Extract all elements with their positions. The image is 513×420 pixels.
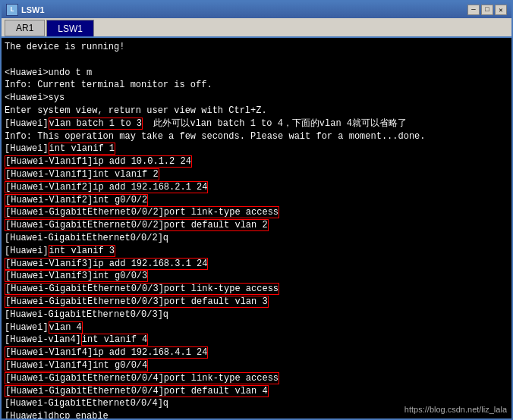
- line-g004-q: [Huawei-GigabitEthernet0/0/4]q: [5, 397, 508, 410]
- window-icon: L: [6, 4, 18, 16]
- tabs-bar: AR1 LSW1: [2, 18, 511, 38]
- maximize-button[interactable]: □: [481, 5, 493, 15]
- minimize-button[interactable]: ─: [467, 5, 480, 15]
- title-buttons: ─ □ ✕: [467, 5, 507, 15]
- line-g003-link: [Huawei-GigabitEthernet0/0/3]port link-t…: [5, 283, 508, 296]
- line-g002-q: [Huawei-GigabitEthernet0/0/2]q: [5, 232, 508, 245]
- close-button[interactable]: ✕: [495, 5, 507, 15]
- line-vlanif1-int2: [Huawei-Vlanif1]int vlanif 2: [5, 168, 508, 181]
- line-g003-q: [Huawei-GigabitEthernet0/0/3]q: [5, 309, 508, 321]
- title-bar-left: L LSW1: [6, 4, 45, 16]
- line-vlan4-int: [Huawei-vlan4]int vlanif 4: [5, 334, 508, 346]
- main-window: L LSW1 ─ □ ✕ AR1 LSW1 The device is runn…: [0, 0, 513, 420]
- line-empty-1: [5, 54, 508, 67]
- line-vlanif1-ip: [Huawei-Vlanif1]ip add 10.0.1.2 24: [5, 155, 508, 168]
- tab-lsw1[interactable]: LSW1: [46, 20, 94, 36]
- terminal[interactable]: The device is running! <Huawei>undo t m …: [2, 38, 511, 418]
- line-monitor: Info: Current terminal monitor is off.: [5, 79, 508, 92]
- line-vlanif4-g004: [Huawei-Vlanif4]int g0/0/4: [5, 359, 508, 372]
- line-int-vlanif1: [Huawei]int vlanif 1: [5, 143, 508, 155]
- line-vlanif4-ip: [Huawei-Vlanif4]ip add 192.168.4.1 24: [5, 346, 508, 359]
- line-g002-default: [Huawei-GigabitEthernet0/0/2]port defaul…: [5, 219, 508, 232]
- line-g004-default: [Huawei-GigabitEthernet0/0/4]port defaul…: [5, 385, 508, 398]
- line-vlanif2-ip: [Huawei-Vlanif2]ip add 192.168.2.1 24: [5, 181, 508, 194]
- line-vlanif2-g002: [Huawei-Vlanif2]int g0/0/2: [5, 194, 508, 207]
- line-enter: Enter system view, return user view with…: [5, 105, 508, 118]
- line-g003-default: [Huawei-GigabitEthernet0/0/3]port defaul…: [5, 296, 508, 309]
- line-info-op: Info: This operation may take a few seco…: [5, 130, 508, 143]
- line-1: The device is running!: [5, 41, 508, 54]
- line-vlanif3-ip: [Huawei-Vlanif3]ip add 192.168.3.1 24: [5, 258, 508, 271]
- line-g002-link: [Huawei-GigabitEthernet0/0/2]port link-t…: [5, 206, 508, 219]
- line-g004-link: [Huawei-GigabitEthernet0/0/4]port link-t…: [5, 372, 508, 385]
- line-int-vlanif3: [Huawei]int vlanif 3: [5, 245, 508, 258]
- line-vlanif3-g003: [Huawei-Vlanif3]int g0/0/3: [5, 270, 508, 283]
- title-bar: L LSW1 ─ □ ✕: [2, 2, 511, 18]
- line-undo: <Huawei>undo t m: [5, 67, 508, 80]
- line-dhcp: [Huawei]dhcp enable: [5, 410, 508, 418]
- line-vlan4: [Huawei]vlan 4: [5, 321, 508, 334]
- line-vlan-batch: [Huawei]vlan batch 1 to 3 此外可以vlan batch…: [5, 118, 508, 130]
- terminal-wrapper: The device is running! <Huawei>undo t m …: [2, 38, 511, 418]
- line-sys: <Huawei>sys: [5, 92, 508, 105]
- tab-ar1[interactable]: AR1: [5, 20, 45, 36]
- window-title: LSW1: [21, 5, 45, 14]
